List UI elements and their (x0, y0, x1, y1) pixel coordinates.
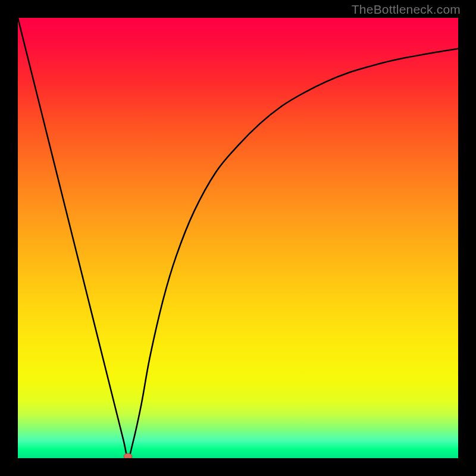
chart-frame: TheBottleneck.com (0, 0, 476, 476)
optimal-point-marker (124, 453, 132, 458)
attribution-label: TheBottleneck.com (352, 2, 461, 17)
plot-area (18, 18, 458, 458)
bottleneck-curve-svg (18, 18, 458, 458)
bottleneck-curve (18, 18, 458, 458)
